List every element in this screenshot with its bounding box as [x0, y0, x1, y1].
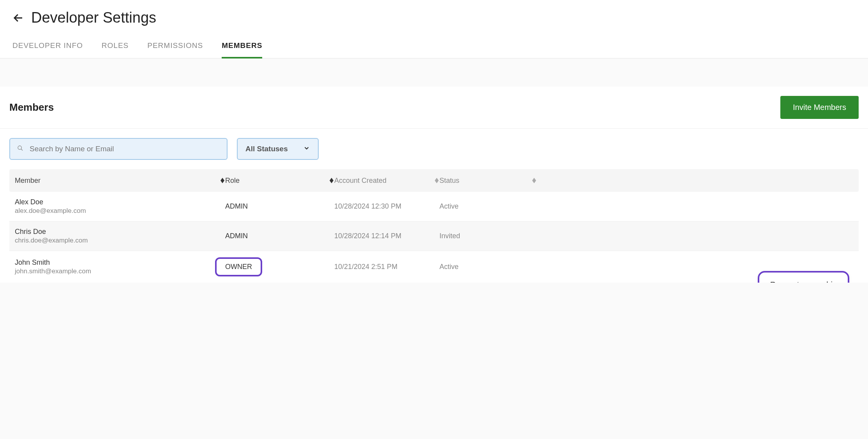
tabs-nav: DEVELOPER INFO ROLES PERMISSIONS MEMBERS	[12, 41, 856, 58]
member-cell: Alex Doe alex.doe@example.com	[15, 198, 225, 215]
svg-marker-5	[330, 178, 333, 181]
table-row: Alex Doe alex.doe@example.com ADMIN 10/2…	[9, 192, 859, 221]
back-arrow-icon[interactable]	[12, 12, 24, 24]
member-cell: Chris Doe chris.doe@example.com	[15, 228, 225, 244]
member-name: Alex Doe	[15, 198, 225, 206]
status-cell: Active	[439, 202, 537, 211]
search-icon	[17, 145, 23, 153]
svg-marker-6	[330, 181, 333, 183]
created-cell: 10/21/2024 2:51 PM	[334, 263, 439, 271]
invite-members-button[interactable]: Invite Members	[780, 96, 859, 119]
column-header-status[interactable]: Status	[439, 176, 537, 185]
column-header-account-created[interactable]: Account Created	[334, 176, 439, 185]
tab-permissions[interactable]: PERMISSIONS	[147, 41, 203, 58]
svg-point-1	[18, 146, 21, 149]
search-wrapper[interactable]	[9, 138, 228, 160]
chevron-down-icon	[303, 145, 310, 154]
svg-marker-7	[435, 178, 439, 181]
table-header: Member Role Account Created	[9, 169, 859, 192]
member-cell: John Smith john.smith@example.com	[15, 258, 225, 275]
member-email: john.smith@example.com	[15, 267, 225, 275]
sort-icon	[220, 176, 225, 185]
svg-marker-9	[532, 178, 536, 181]
sort-icon	[329, 176, 334, 185]
status-cell: Active	[439, 263, 537, 271]
svg-marker-4	[221, 181, 224, 183]
more-vertical-icon[interactable]	[846, 202, 849, 211]
role-cell: ADMIN	[225, 232, 334, 240]
tab-members[interactable]: MEMBERS	[222, 41, 262, 58]
member-email: chris.doe@example.com	[15, 237, 225, 244]
status-filter-select[interactable]: All Statuses	[237, 138, 319, 160]
member-name: Chris Doe	[15, 228, 225, 236]
column-header-role-label: Role	[225, 177, 240, 185]
page-title: Developer Settings	[31, 9, 156, 26]
column-header-created-label: Account Created	[334, 177, 386, 185]
owner-role-highlight: OWNER	[215, 257, 262, 276]
column-header-member-label: Member	[15, 177, 41, 185]
member-email: alex.doe@example.com	[15, 207, 225, 215]
tab-developer-info[interactable]: DEVELOPER INFO	[12, 41, 83, 58]
search-input[interactable]	[30, 145, 220, 153]
created-cell: 10/28/2024 12:30 PM	[334, 202, 439, 211]
status-cell: Invited	[439, 232, 537, 240]
column-header-status-label: Status	[439, 177, 459, 185]
request-ownership-menu-item[interactable]: Request ownership	[758, 271, 849, 283]
section-title: Members	[9, 101, 54, 113]
sort-icon	[434, 176, 439, 185]
tab-roles[interactable]: ROLES	[102, 41, 129, 58]
member-name: John Smith	[15, 258, 225, 267]
created-cell: 10/28/2024 12:14 PM	[334, 232, 439, 240]
svg-marker-8	[435, 181, 439, 183]
column-header-member[interactable]: Member	[15, 176, 225, 185]
sort-icon	[531, 176, 537, 185]
svg-marker-10	[532, 181, 536, 183]
table-row: John Smith john.smith@example.com OWNER …	[9, 251, 859, 283]
table-row: Chris Doe chris.doe@example.com ADMIN 10…	[9, 221, 859, 251]
svg-line-2	[21, 149, 23, 150]
role-cell: ADMIN	[225, 202, 334, 211]
column-header-role[interactable]: Role	[225, 176, 334, 185]
more-vertical-icon[interactable]	[846, 232, 849, 241]
status-filter-label: All Statuses	[245, 145, 288, 153]
svg-marker-3	[221, 178, 224, 181]
